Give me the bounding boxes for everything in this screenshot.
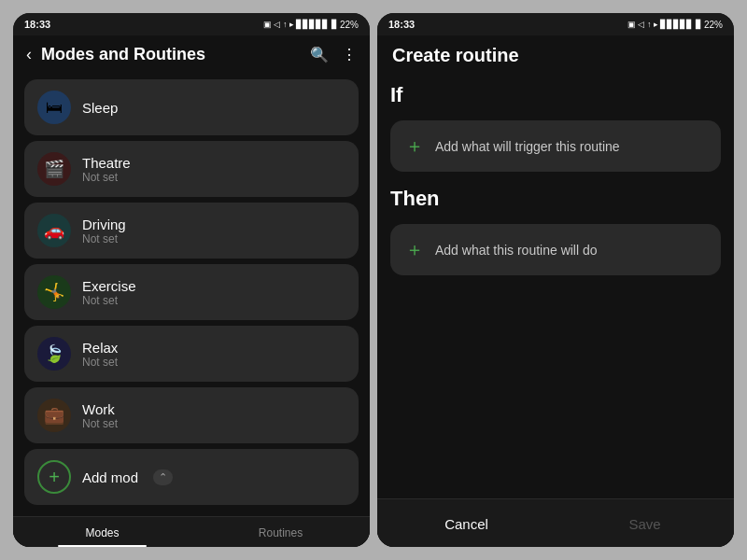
then-label: Then xyxy=(390,181,721,215)
work-icon: 💼 xyxy=(37,399,71,432)
tab-active-indicator xyxy=(58,545,148,547)
left-phone: 18:33 ▣ ◁ ↑ ▸ ▊▊▊▊▊ ▊ 22% ‹ Modes and Ro… xyxy=(13,13,370,547)
driving-icon: 🚗 xyxy=(37,214,71,247)
left-status-icons: ▣ ◁ ↑ ▸ ▊▊▊▊▊ ▊ 22% xyxy=(263,20,359,30)
left-screen: ‹ Modes and Routines 🔍 ⋮ 🛏 Sleep 🎬 xyxy=(13,35,370,547)
driving-sub: Not set xyxy=(82,232,126,245)
cancel-button[interactable]: Cancel xyxy=(377,509,556,539)
left-status-time: 18:33 xyxy=(24,19,50,30)
tab-routines[interactable]: Routines xyxy=(191,517,370,547)
relax-icon: 🍃 xyxy=(37,337,71,371)
mode-item-exercise[interactable]: 🤸 Exercise Not set xyxy=(24,264,359,320)
modes-header: ‹ Modes and Routines 🔍 ⋮ xyxy=(13,35,370,74)
work-sub: Not set xyxy=(82,417,118,430)
modes-title: Modes and Routines xyxy=(41,45,301,64)
back-button[interactable]: ‹ xyxy=(26,45,32,64)
mode-item-theatre[interactable]: 🎬 Theatre Not set xyxy=(24,141,359,197)
add-mode-button[interactable]: + Add mod ⌃ xyxy=(24,449,359,505)
add-action-plus-icon: ＋ xyxy=(405,237,424,262)
right-status-icons: ▣ ◁ ↑ ▸ ▊▊▊▊▊ ▊ 22% xyxy=(627,20,723,30)
scroll-indicator: ⌃ xyxy=(153,469,173,485)
theatre-icon: 🎬 xyxy=(37,152,71,186)
exercise-sub: Not set xyxy=(82,294,136,307)
exercise-icon: 🤸 xyxy=(37,275,71,309)
sleep-icon: 🛏 xyxy=(37,91,71,124)
tab-routines-label: Routines xyxy=(259,526,303,539)
exercise-name: Exercise xyxy=(82,278,136,294)
add-trigger-button[interactable]: ＋ Add what will trigger this routine xyxy=(390,120,721,172)
header-actions: 🔍 ⋮ xyxy=(310,46,357,63)
add-trigger-plus-icon: ＋ xyxy=(405,133,424,159)
right-phone: 18:33 ▣ ◁ ↑ ▸ ▊▊▊▊▊ ▊ 22% Create routine… xyxy=(377,13,734,547)
mode-item-work[interactable]: 💼 Work Not set xyxy=(24,387,359,443)
more-icon[interactable]: ⋮ xyxy=(342,46,357,63)
routine-title: Create routine xyxy=(392,45,519,65)
right-screen: Create routine If ＋ Add what will trigge… xyxy=(377,35,734,547)
add-mode-label: Add mod xyxy=(82,469,138,485)
tab-modes-label: Modes xyxy=(85,526,119,539)
right-status-bar: 18:33 ▣ ◁ ↑ ▸ ▊▊▊▊▊ ▊ 22% xyxy=(377,13,734,35)
theatre-name: Theatre xyxy=(82,155,131,171)
add-action-text: Add what this routine will do xyxy=(435,243,598,258)
right-battery: 22% xyxy=(704,20,723,30)
add-mode-plus-icon: + xyxy=(37,460,71,494)
save-button[interactable]: Save xyxy=(556,509,734,539)
routine-bottom-bar: Cancel Save xyxy=(377,498,734,547)
mode-item-sleep[interactable]: 🛏 Sleep xyxy=(24,79,359,135)
tab-modes[interactable]: Modes xyxy=(13,517,191,547)
theatre-sub: Not set xyxy=(82,171,131,184)
relax-sub: Not set xyxy=(82,356,118,369)
routine-content: If ＋ Add what will trigger this routine … xyxy=(377,72,734,498)
work-name: Work xyxy=(82,401,118,417)
mode-item-relax[interactable]: 🍃 Relax Not set xyxy=(24,326,359,382)
routine-header: Create routine xyxy=(377,35,734,72)
if-label: If xyxy=(390,77,721,111)
left-status-bar: 18:33 ▣ ◁ ↑ ▸ ▊▊▊▊▊ ▊ 22% xyxy=(13,13,370,35)
right-status-time: 18:33 xyxy=(388,19,415,30)
modes-list: 🛏 Sleep 🎬 Theatre Not set 🚗 xyxy=(13,74,370,516)
bottom-tabs: Modes Routines xyxy=(13,516,370,547)
left-battery: 22% xyxy=(340,20,359,30)
search-icon[interactable]: 🔍 xyxy=(310,46,329,63)
mode-item-driving[interactable]: 🚗 Driving Not set xyxy=(24,203,359,259)
sleep-name: Sleep xyxy=(82,100,118,116)
driving-name: Driving xyxy=(82,217,126,232)
relax-name: Relax xyxy=(82,340,118,356)
add-trigger-text: Add what will trigger this routine xyxy=(435,139,620,154)
add-action-button[interactable]: ＋ Add what this routine will do xyxy=(390,224,721,275)
